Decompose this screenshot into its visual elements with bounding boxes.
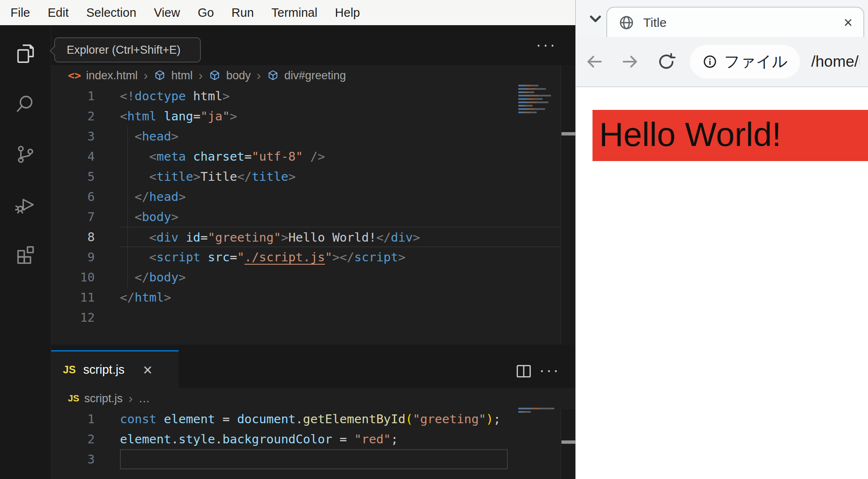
menu-item-terminal[interactable]: Terminal	[262, 6, 326, 20]
code-text: <div id="greeting">Hello World!</div>	[120, 227, 560, 247]
more-actions-icon[interactable]: ···	[539, 362, 560, 378]
js-code-editor[interactable]: 1const element = document.getElementById…	[51, 409, 575, 469]
tab-script-js[interactable]: JS script.js ×	[51, 350, 179, 388]
line-number: 11	[51, 287, 95, 307]
breadcrumb-separator: ›	[143, 68, 148, 83]
code-text: const element = document.getElementById(…	[120, 409, 560, 429]
minimap[interactable]	[517, 406, 558, 413]
line-number: 12	[51, 307, 95, 328]
code-line[interactable]: 12	[51, 307, 575, 328]
code-line[interactable]: 8 <div id="greeting">Hello World!</div>	[51, 227, 575, 247]
code-line[interactable]: 9 <script src="./script.js"></script>	[51, 247, 575, 267]
line-number: 1	[51, 86, 95, 106]
code-text: element.style.backgroundColor = "red";	[120, 429, 560, 449]
close-tab-icon[interactable]: ×	[143, 362, 152, 378]
breadcrumb-node-div-greeting[interactable]: div#greeting	[284, 69, 346, 82]
javascript-file-icon: JS	[63, 364, 76, 376]
breadcrumb-separator: ›	[256, 68, 262, 83]
tab-label: script.js	[83, 363, 125, 377]
greeting-div: Hello World!	[593, 110, 868, 161]
back-icon[interactable]	[584, 52, 604, 72]
indent-guide	[127, 126, 128, 287]
code-line[interactable]: 6 </head>	[51, 187, 575, 207]
line-number: 7	[51, 207, 95, 227]
globe-icon	[618, 14, 635, 31]
breadcrumb-node-body[interactable]: body	[226, 69, 251, 82]
code-text	[120, 449, 508, 469]
file-scheme-chip[interactable]: ファイル	[690, 45, 800, 78]
javascript-file-icon: JS	[68, 393, 79, 404]
menu-item-selection[interactable]: Selection	[78, 6, 145, 20]
breadcrumb: JS script.js › …	[51, 388, 575, 409]
forward-icon[interactable]	[620, 52, 640, 72]
breadcrumb-file[interactable]: script.js	[84, 392, 123, 405]
explorer-tooltip: Explorer (Ctrl+Shift+E)	[54, 37, 201, 62]
activity-bar	[0, 25, 51, 479]
line-number: 4	[51, 146, 95, 167]
browser-tab-strip: Title ×	[576, 0, 868, 37]
code-line[interactable]: 11</html>	[51, 287, 575, 307]
breadcrumb-separator: ›	[127, 391, 133, 406]
breadcrumb: <> index.html › html › body ›	[51, 65, 575, 86]
browser-page: Hello World!	[576, 88, 868, 479]
address-bar-url[interactable]: /home/u	[811, 53, 860, 70]
explorer-icon[interactable]	[14, 42, 37, 65]
menu-bar: File Edit Selection View Go Run Terminal…	[0, 0, 575, 25]
html-code-editor[interactable]: 1<!doctype html>2<html lang="ja">3 <head…	[51, 86, 575, 328]
line-number: 3	[51, 449, 95, 469]
breadcrumb-separator: ›	[198, 68, 203, 83]
menu-item-go[interactable]: Go	[189, 6, 223, 20]
source-control-icon[interactable]	[14, 143, 37, 166]
code-line[interactable]: 10 </body>	[51, 267, 575, 287]
editor-area: ··· <> index.html › html › body	[51, 25, 575, 479]
code-line[interactable]: 3	[51, 449, 575, 469]
file-chip-label: ファイル	[724, 51, 787, 72]
code-text: </body>	[120, 267, 560, 287]
close-tab-icon[interactable]: ×	[844, 15, 852, 30]
menu-item-help[interactable]: Help	[326, 6, 369, 20]
code-line[interactable]: 4 <meta charset="utf-8" />	[51, 146, 575, 167]
symbol-cube-icon	[153, 69, 166, 82]
line-number: 6	[51, 187, 95, 207]
menu-item-file[interactable]: File	[2, 6, 39, 20]
code-text: <!doctype html>	[120, 86, 560, 106]
breadcrumb-ellipsis[interactable]: …	[138, 392, 150, 405]
breadcrumb-node-html[interactable]: html	[171, 69, 192, 82]
reload-icon[interactable]	[656, 52, 676, 72]
line-number: 8	[51, 227, 95, 247]
browser-toolbar: ファイル /home/u	[576, 37, 868, 87]
scrollbar-handle[interactable]	[561, 132, 575, 135]
breadcrumb-file[interactable]: index.html	[86, 69, 138, 82]
code-line[interactable]: 5 <title>Title</title>	[51, 167, 575, 187]
line-number: 2	[51, 106, 95, 126]
symbol-cube-icon	[267, 69, 279, 82]
menu-item-edit[interactable]: Edit	[39, 6, 78, 20]
line-number: 5	[51, 167, 95, 187]
code-line[interactable]: 7 <body>	[51, 207, 575, 227]
split-editor-icon[interactable]	[514, 362, 533, 381]
screenshot-root: File Edit Selection View Go Run Terminal…	[0, 0, 868, 479]
code-line[interactable]: 2element.style.backgroundColor = "red";	[51, 429, 575, 449]
more-actions-icon[interactable]: ···	[536, 37, 557, 53]
code-text: </html>	[120, 287, 560, 307]
code-line[interactable]: 3 <head>	[51, 126, 575, 146]
menu-item-run[interactable]: Run	[223, 6, 262, 20]
line-number: 2	[51, 429, 95, 449]
chevron-down-icon[interactable]	[586, 10, 605, 28]
code-line[interactable]: 1<!doctype html>	[51, 86, 575, 106]
browser-window: Title ×	[575, 0, 868, 479]
menu-item-view[interactable]: View	[145, 6, 189, 20]
code-line[interactable]: 1const element = document.getElementById…	[51, 409, 575, 429]
code-text: <script src="./script.js"></script>	[120, 247, 560, 267]
run-debug-icon[interactable]	[14, 193, 37, 216]
browser-tab[interactable]: Title ×	[606, 7, 864, 38]
tooltip-text: Explorer (Ctrl+Shift+E)	[67, 44, 181, 57]
editor-tab-bar-bottom: JS script.js × ···	[51, 345, 575, 388]
code-line[interactable]: 2<html lang="ja">	[51, 106, 575, 126]
line-number: 1	[51, 409, 95, 429]
search-icon[interactable]	[14, 93, 37, 115]
line-number: 10	[51, 267, 95, 287]
code-text: <head>	[120, 126, 560, 146]
minimap[interactable]	[517, 83, 558, 113]
extensions-icon[interactable]	[14, 244, 37, 266]
